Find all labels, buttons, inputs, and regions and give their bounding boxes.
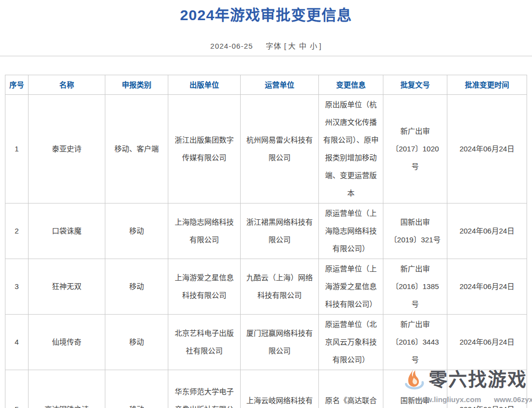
cell-index: 3 (5, 259, 29, 315)
header-divider (0, 56, 532, 57)
font-size-option-1[interactable]: 大 (288, 42, 296, 50)
table-row: 4仙境传奇移动北京艺科电子出版社有限公司厦门冠赢网络科技有限公司原运营单位（北京… (5, 315, 527, 370)
cell-name: 口袋诛魔 (29, 204, 105, 259)
cell-name: 仙境传奇 (29, 315, 105, 370)
cell-index: 4 (5, 315, 29, 370)
cell-category: 移动 (105, 204, 168, 259)
cell-approval-date: 2024年06月24日 (447, 370, 527, 408)
cell-index: 5 (5, 370, 29, 408)
column-header-change-info: 变更信息 (319, 75, 383, 95)
cell-publisher: 华东师范大学电子音像出版社有限公司 (168, 370, 241, 408)
cell-approval-number: 新广出审 〔2017〕1020 号 (383, 95, 447, 204)
table-row: 3狂神无双移动上海游爱之星信息科技有限公司九酷云（上海）网络科技有限公司原运营单… (5, 259, 527, 315)
cell-index: 2 (5, 204, 29, 259)
font-size-bracket-close: ] (319, 42, 321, 50)
column-header-operator: 运营单位 (241, 75, 319, 95)
font-size-options: 大中小 (286, 42, 319, 50)
column-header-publisher: 出版单位 (168, 75, 241, 95)
cell-index: 1 (5, 95, 29, 204)
cell-publisher: 上海隐志网络科技有限公司 (168, 204, 241, 259)
cell-publisher: 浙江出版集团数字传媒有限公司 (168, 95, 241, 204)
table-header-row: 序号名称申报类别出版单位运营单位变更信息批复文号批准变更时间 (5, 75, 527, 95)
cell-name: 狂神无双 (29, 259, 105, 315)
approval-table: 序号名称申报类别出版单位运营单位变更信息批复文号批准变更时间 1泰亚史诗移动、客… (5, 75, 527, 408)
page-title: 2024年游戏审批变更信息 (0, 3, 532, 25)
table-row: 1泰亚史诗移动、客户端浙江出版集团数字传媒有限公司杭州网易雷火科技有限公司原出版… (5, 95, 527, 204)
cell-approval-date: 2024年06月24日 (447, 315, 527, 370)
font-size-option-2[interactable]: 中 (299, 42, 307, 50)
column-header-approval-date: 批准变更时间 (447, 75, 527, 95)
cell-approval-number: 国新出审 〔2019〕321号 (383, 204, 447, 259)
font-size-control: 字体 [大中小] (266, 42, 322, 50)
cell-approval-date: 2024年06月24日 (447, 204, 527, 259)
page-header: 2024年游戏审批变更信息 2024-06-25字体 [大中小] (0, 0, 532, 51)
cell-operator: 杭州网易雷火科技有限公司 (241, 95, 319, 204)
cell-operator: 上海云岐网络科技有限公司 (241, 370, 319, 408)
cell-approval-date: 2024年06月24日 (447, 95, 527, 204)
cell-publisher: 上海游爱之星信息科技有限公司 (168, 259, 241, 315)
cell-operator: 浙江裙黑网络科技有限公司 (241, 204, 319, 259)
font-size-option-3[interactable]: 小 (310, 42, 317, 50)
column-header-index: 序号 (5, 75, 29, 95)
cell-category: 移动 (105, 259, 168, 315)
column-header-name: 名称 (29, 75, 105, 95)
cell-name: 泰亚史诗 (29, 95, 105, 204)
column-header-category: 申报类别 (105, 75, 168, 95)
cell-category: 移动、客户端 (105, 95, 168, 204)
table-row: 2口袋诛魔移动上海隐志网络科技有限公司浙江裙黑网络科技有限公司原运营单位（上海隐… (5, 204, 527, 259)
column-header-approval-number: 批复文号 (383, 75, 447, 95)
cell-approval-date: 2024年06月24日 (447, 259, 527, 315)
table-row: 5高达钢铁之诗移动华东师范大学电子音像出版社有限公司上海云岐网络科技有限公司原名… (5, 370, 527, 408)
cell-category: 移动 (105, 315, 168, 370)
subtitle-line: 2024-06-25字体 [大中小] (0, 40, 532, 51)
cell-operator: 九酷云（上海）网络科技有限公司 (241, 259, 319, 315)
cell-category: 移动 (105, 370, 168, 408)
cell-approval-number: 新广出审 〔2016〕3443 号 (383, 315, 447, 370)
publish-date: 2024-06-25 (210, 42, 253, 50)
cell-name: 高达钢铁之诗 (29, 370, 105, 408)
cell-publisher: 北京艺科电子出版社有限公司 (168, 315, 241, 370)
font-size-label: 字体 [ (266, 42, 286, 50)
cell-change-info: 原运营单位（上海隐志网络科技有限公司） (319, 204, 383, 259)
cell-change-info: 原出版单位（杭州汉唐文化传播有限公司）、原申报类别增加移动端、变更运营版本 (319, 95, 383, 204)
cell-change-info: 原运营单位（北京风云万象科技有限公司） (319, 315, 383, 370)
cell-change-info: 原运营单位（上海游爱之星信息科技有限公司） (319, 259, 383, 315)
cell-operator: 厦门冠赢网络科技有限公司 (241, 315, 319, 370)
cell-change-info: 原名《高达联合行动》 (319, 370, 383, 408)
cell-approval-number: 新广出审 〔2016〕1385 号 (383, 259, 447, 315)
cell-approval-number: 国新出审 〔2024〕273号 (383, 370, 447, 408)
